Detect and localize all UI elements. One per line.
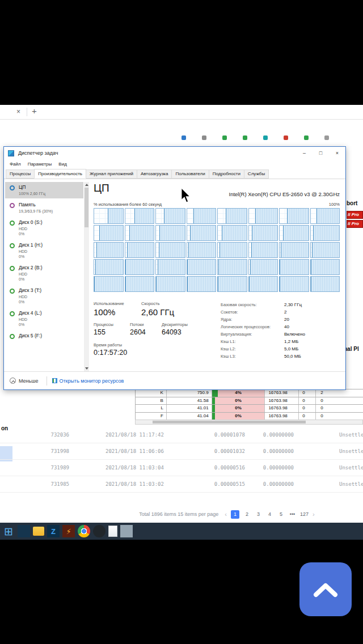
strip-app-icon[interactable]: [202, 135, 206, 140]
strip-app-icon[interactable]: [263, 135, 268, 140]
fewer-details-button[interactable]: Меньше: [10, 378, 39, 384]
device-detail-2: 0%: [19, 254, 43, 259]
cpu-core-graph: [217, 225, 247, 241]
pagination-page[interactable]: 5: [277, 511, 285, 517]
red-action-button[interactable]: ll Pro: [347, 211, 363, 219]
chrome-icon[interactable]: [78, 525, 90, 537]
menu-item[interactable]: Вид: [55, 162, 70, 167]
graph-max-label: 100%: [329, 202, 340, 207]
tab-bar: Процессы Производительность Журнал прило…: [4, 168, 345, 179]
red-action-button[interactable]: ll Pro: [347, 220, 363, 228]
z-app-icon[interactable]: Z: [47, 525, 60, 537]
task-manager-titlebar[interactable]: Диспетчер задач – □ ×: [4, 147, 345, 159]
tab[interactable]: Процессы: [6, 170, 35, 179]
tab[interactable]: Автозагрузка: [137, 170, 172, 179]
stats-col6: 0: [315, 405, 363, 412]
device-detail: HDD: [19, 249, 43, 254]
stats-total: 16763.98: [264, 405, 298, 412]
record-value-2: 0.00000000: [245, 443, 294, 459]
record-row[interactable]: 731998 2021/08/18 11:06:06 0.00001032 0.…: [0, 443, 363, 460]
record-row[interactable]: 731989 2021/08/18 11:03:04 0.00000516 0.…: [0, 460, 363, 476]
detail-label: Ядра:: [221, 316, 284, 323]
stats-total: 16763.98: [264, 413, 298, 420]
pagination-page[interactable]: 1: [231, 510, 239, 519]
horizontal-scrollbar[interactable]: [135, 420, 363, 425]
cpu-core-usage-fill: [250, 260, 277, 274]
cpu-core-graph: [248, 242, 278, 258]
tab[interactable]: Службы: [244, 170, 269, 179]
pagination-page[interactable]: 127: [300, 511, 309, 517]
detail-label: Кэш L1:: [221, 338, 284, 345]
pagination-page[interactable]: •••: [289, 511, 296, 517]
minimize-button[interactable]: –: [296, 147, 313, 159]
scroll-down-icon[interactable]: [85, 367, 88, 370]
start-icon[interactable]: ⊞: [2, 525, 15, 537]
record-time: 2021/08/18 11:03:04: [105, 460, 191, 476]
sidebar-device-item[interactable]: Диск 0 (S:) HDD 0%: [5, 217, 83, 239]
pagination-page[interactable]: 3: [255, 511, 262, 517]
sidebar-device-item[interactable]: ЦП 100% 2,60 ГГц: [5, 182, 83, 198]
previous-page-icon[interactable]: ‹: [225, 511, 227, 518]
tab[interactable]: Подробности: [209, 170, 244, 179]
sidebar-device-item[interactable]: Диск 5 (F:): [5, 331, 83, 342]
strip-app-icon[interactable]: [222, 135, 227, 140]
strip-app-icon[interactable]: [324, 135, 329, 140]
pagination-page[interactable]: 2: [243, 511, 251, 517]
strip-app-icon[interactable]: [284, 135, 288, 140]
maximize-button[interactable]: □: [313, 147, 329, 159]
strip-app-icon[interactable]: [182, 135, 186, 140]
scrollbar-thumb[interactable]: [153, 421, 306, 423]
cpu-core-usage-fill: [159, 226, 184, 240]
cpu-stats: Использование 100% Скорость 2,60 ГГц Про…: [94, 301, 216, 357]
grey-app-icon[interactable]: [120, 525, 133, 537]
device-name: ЦП: [19, 184, 45, 190]
record-row[interactable]: 732036 2021/08/18 11:17:42 0.00001078 0.…: [0, 427, 363, 443]
close-tab-icon[interactable]: ×: [16, 108, 20, 116]
footer-divider: [47, 376, 47, 385]
tab[interactable]: Пользователи: [171, 170, 209, 179]
new-tab-icon[interactable]: +: [32, 106, 37, 116]
cpu-core-usage-fill: [96, 243, 123, 257]
scroll-up-icon[interactable]: [85, 184, 88, 186]
cpu-details: Базовая скорость: 2,30 ГГц Сокетов: 2 Яд…: [221, 301, 340, 360]
menu-item[interactable]: Параметры: [24, 162, 56, 167]
record-id: 731985: [0, 476, 69, 492]
menu-item[interactable]: Файл: [6, 162, 24, 167]
cpu-core-usage-fill: [108, 209, 123, 223]
record-row[interactable]: 731985 2021/08/18 11:03:02 0.00000515 0.…: [0, 476, 363, 493]
tab[interactable]: Журнал приложений: [86, 170, 137, 179]
code-app-icon[interactable]: [18, 525, 30, 537]
sidebar-scrollbar[interactable]: [84, 182, 89, 371]
folder-icon[interactable]: [33, 527, 44, 536]
strip-app-icon[interactable]: [243, 135, 247, 140]
sidebar-device-item[interactable]: Диск 3 (T:) HDD 0%: [5, 285, 83, 307]
usage-ring-icon: [10, 221, 15, 226]
close-button[interactable]: ×: [329, 147, 345, 159]
strip-app-icon[interactable]: [304, 135, 309, 140]
sidebar-device-item[interactable]: Память 19,3/63,9 ГБ (30%): [5, 200, 83, 216]
sidebar-device-item[interactable]: Диск 1 (H:) HDD 0%: [5, 240, 83, 261]
notepad-icon[interactable]: [108, 526, 117, 537]
cpu-core-graph: [187, 208, 217, 224]
cpu-core-graph: [155, 259, 185, 275]
cpu-core-graph: [217, 208, 247, 224]
dark-app-icon[interactable]: [93, 525, 105, 537]
sidebar-device-item[interactable]: Диск 4 (L:) HDD 0%: [5, 308, 83, 329]
phone-screenshot: × + bort ll Pro ll Pro nal Pl on: [0, 0, 363, 644]
open-resource-monitor-link[interactable]: Открыть монитор ресурсов: [52, 378, 124, 384]
lightning-app-icon[interactable]: ⚡: [62, 525, 75, 537]
stat-value: 2,60 ГГц: [141, 307, 189, 317]
tab[interactable]: Производительность: [34, 169, 86, 179]
stats-value: 41.04: [166, 413, 212, 420]
scrollbar-thumb[interactable]: [85, 188, 88, 227]
next-page-icon[interactable]: ›: [313, 511, 315, 518]
cpu-core-graph: [248, 208, 278, 224]
pagination-page[interactable]: 4: [266, 511, 273, 517]
cpu-core-usage-fill: [125, 260, 154, 274]
sidebar-device-item[interactable]: Диск 2 (B:) HDD 0%: [5, 262, 83, 284]
scroll-to-top-button[interactable]: [299, 562, 352, 616]
mouse-cursor: [180, 187, 193, 206]
cpu-core-usage-fill: [252, 226, 277, 240]
cpu-core-graph: [279, 208, 309, 224]
windows-taskbar: ⊞ Z ⚡: [0, 523, 363, 540]
